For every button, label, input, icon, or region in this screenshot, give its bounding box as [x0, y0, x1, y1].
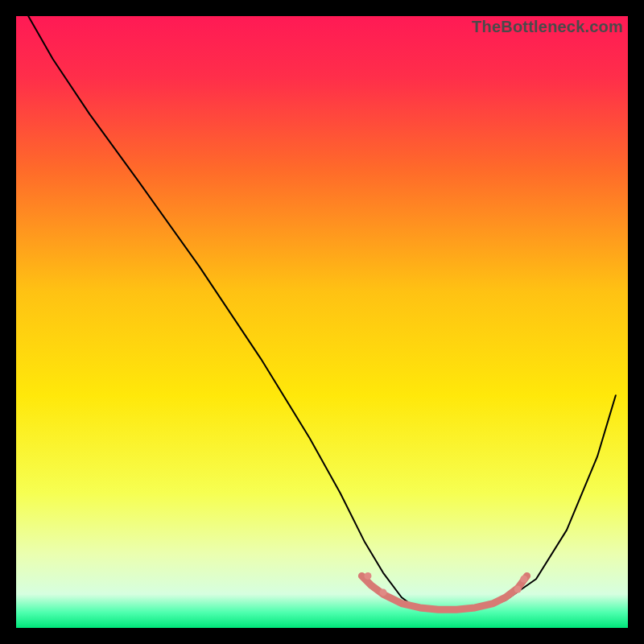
gradient-background	[16, 16, 628, 628]
bottleneck-chart	[16, 16, 628, 628]
highlight-dot	[514, 586, 522, 593]
highlight-dot	[380, 588, 387, 596]
highlight-dot	[365, 572, 372, 580]
watermark-text: TheBottleneck.com	[472, 18, 623, 36]
chart-frame: TheBottleneck.com	[16, 16, 628, 628]
highlight-dot	[520, 576, 527, 583]
